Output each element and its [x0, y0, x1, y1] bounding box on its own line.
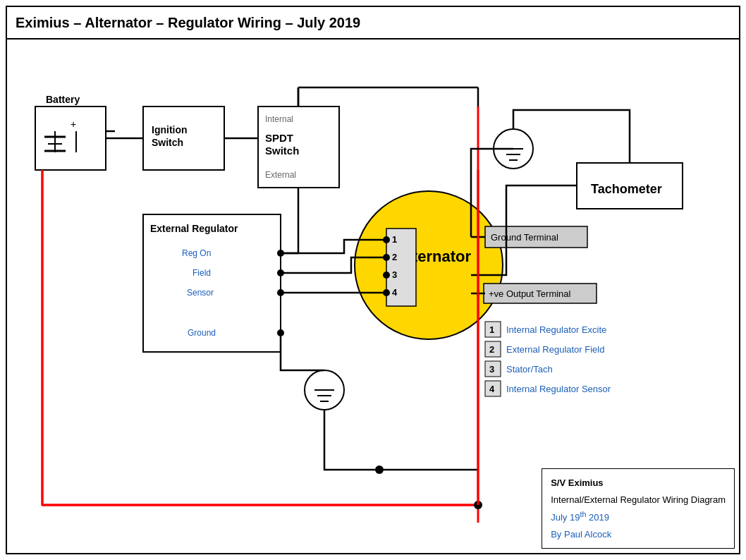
outer-border [6, 6, 740, 554]
